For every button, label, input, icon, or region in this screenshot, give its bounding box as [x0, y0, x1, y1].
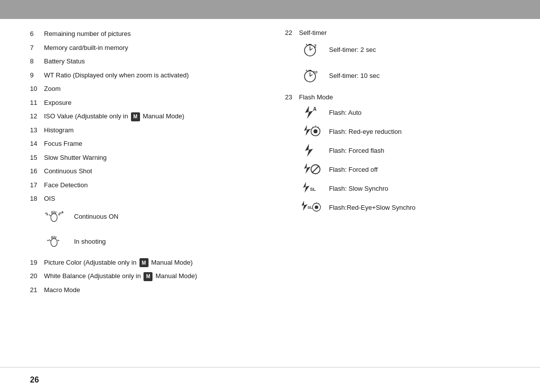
item-text: Macro Mode [44, 285, 255, 295]
page-number: 26 [30, 376, 39, 385]
list-item: 13 Histogram [30, 125, 255, 135]
flash-forced-icon-area [299, 143, 329, 158]
ois-continuous-icon [44, 208, 64, 226]
svg-line-39 [312, 166, 319, 173]
list-item: 15 Slow Shutter Warning [30, 153, 255, 163]
svg-line-13 [49, 240, 50, 241]
svg-line-2 [53, 211, 54, 213]
ois-shooting-item: In shooting [44, 233, 255, 251]
svg-point-30 [314, 129, 318, 133]
svg-line-47 [318, 203, 319, 204]
svg-rect-17 [308, 44, 312, 45]
flash-redeye-slow-icon: SL [299, 200, 322, 215]
item-number: 12 [30, 111, 44, 121]
item-number: 18 [30, 194, 44, 204]
flash-redeye-icon [299, 124, 322, 139]
svg-point-45 [315, 206, 318, 209]
svg-text:SL: SL [308, 205, 312, 210]
item-number: 11 [30, 98, 44, 108]
flash-slow-synchro-icon: SL [299, 181, 322, 196]
self-timer-10-item: 10 Self-timer: 10 sec [299, 66, 510, 84]
list-item: 20 White Balance (Adjustable only in M M… [30, 271, 255, 281]
item-number: 14 [30, 139, 44, 149]
flash-forced-off-icon [299, 162, 322, 177]
self-timer-2-item: 2 Self-timer: 2 sec [299, 40, 510, 58]
svg-line-12 [56, 236, 56, 239]
item-text: Exposure [44, 98, 255, 108]
svg-marker-28 [304, 125, 310, 136]
ois-shooting-label: In shooting [74, 238, 106, 245]
list-item: 12 ISO Value (Adjustable only in M Manua… [30, 111, 255, 121]
flash-forced-off-item: Flash: Forced off [299, 162, 510, 177]
svg-line-4 [56, 211, 56, 214]
item-text: Slow Shutter Warning [44, 153, 255, 163]
item-number: 16 [30, 166, 44, 176]
flash-redeye-slow-item: SL Flash:Red-Eye+Slow Synchro [299, 200, 510, 215]
item-text: OIS [44, 194, 255, 204]
right-column: 22 Self-timer 2 Self-timer: 2 sec [265, 29, 510, 299]
svg-marker-37 [304, 163, 310, 174]
flash-mode-heading: 23 Flash Mode [285, 93, 510, 101]
item-number: 19 [30, 258, 44, 268]
list-item: 21 Macro Mode [30, 285, 255, 295]
flash-auto-icon-area: A [299, 105, 329, 120]
list-item: 19 Picture Color (Adjustable only in M M… [30, 258, 255, 268]
svg-line-1 [52, 211, 52, 214]
ois-shooting-icon-area [44, 233, 74, 251]
flash-forced-item: Flash: Forced flash [299, 143, 510, 158]
item-number: 21 [30, 285, 44, 295]
item-text: WT Ratio (Displayed only when zoom is ac… [44, 70, 255, 80]
flash-auto-item: A Flash: Auto [299, 105, 510, 120]
svg-line-18 [306, 44, 308, 45]
list-item: 16 Continuous Shot [30, 166, 255, 176]
flash-slow-synchro-icon-area: SL [299, 181, 329, 196]
svg-text:10: 10 [313, 70, 318, 74]
self-timer-heading: 22 Self-timer [285, 29, 510, 36]
flash-forced-icon [299, 143, 322, 158]
item-text: Battery Status [44, 56, 255, 66]
item-number: 7 [30, 43, 44, 53]
flash-redeye-icon-area [299, 124, 329, 139]
item-text: Picture Color (Adjustable only in M Manu… [44, 258, 255, 268]
item-text: Memory card/built-in memory [44, 43, 255, 53]
svg-text:A: A [313, 106, 316, 112]
self-timer-2-icon: 2 [299, 40, 322, 58]
item-number: 9 [30, 70, 44, 80]
item-text: Focus Frame [44, 139, 255, 149]
svg-marker-42 [302, 201, 308, 211]
svg-line-34 [312, 127, 313, 128]
svg-line-9 [52, 236, 52, 239]
list-item: 10 Zoom [30, 84, 255, 94]
bottom-bar: 26 [0, 367, 540, 392]
top-bar [0, 0, 540, 19]
svg-point-8 [51, 238, 58, 246]
left-column: 6 Remaining number of pictures 7 Memory … [30, 29, 265, 299]
ois-shooting-icon [44, 233, 64, 251]
list-item: 8 Battery Status [30, 56, 255, 66]
svg-line-32 [318, 127, 318, 128]
item-number: 6 [30, 29, 44, 39]
svg-line-24 [306, 70, 308, 71]
svg-marker-26 [305, 106, 313, 119]
item-text: Zoom [44, 84, 255, 94]
flash-slow-synchro-label: Flash: Slow Synchro [329, 185, 388, 192]
list-item: 18 OIS [30, 194, 255, 204]
item-number: 17 [30, 180, 44, 190]
svg-marker-40 [303, 182, 310, 193]
item-number: 20 [30, 271, 44, 281]
list-item: 11 Exposure [30, 98, 255, 108]
flash-auto-icon: A [299, 105, 322, 120]
item-number: 8 [30, 56, 44, 66]
list-item: 7 Memory card/built-in memory [30, 43, 255, 53]
ois-continuous-icon-area [44, 208, 74, 226]
item-number: 10 [30, 84, 44, 94]
flash-redeye-slow-icon-area: SL [299, 200, 329, 215]
flash-redeye-item: Flash: Red-eye reduction [299, 124, 510, 139]
ois-continuous-item: Continuous ON [44, 208, 255, 226]
flash-slow-synchro-item: SL Flash: Slow Synchro [299, 181, 510, 196]
flash-forced-off-icon-area [299, 162, 329, 177]
list-item: 6 Remaining number of pictures [30, 29, 255, 39]
section-number: 23 [285, 93, 299, 101]
svg-marker-36 [305, 144, 313, 157]
item-text: Continuous Shot [44, 166, 255, 176]
